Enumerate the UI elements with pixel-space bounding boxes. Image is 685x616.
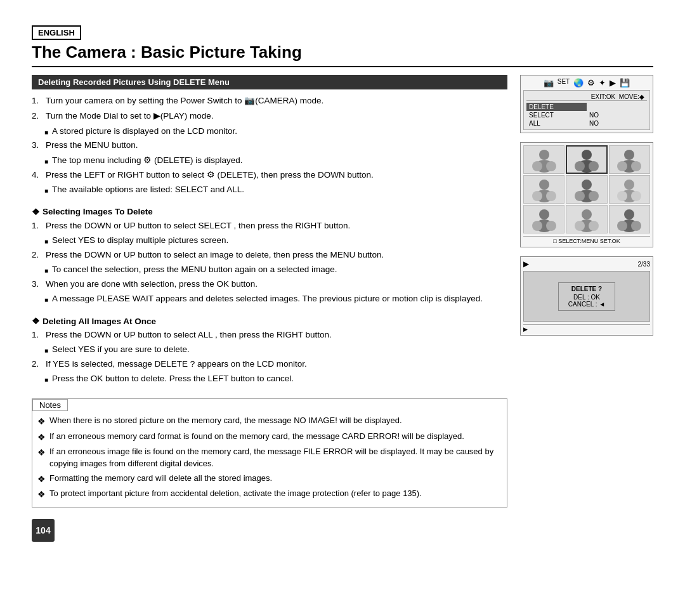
svg-point-16 [617,161,627,171]
img-cell [566,175,607,204]
delete-item: DELETE [526,103,587,111]
right-column: 📷 SET 🌏 ⚙ ✦ ▶ 💾 EXIT:OK MOVE:◆ DELETE SE… [520,75,653,597]
select-value: NO [587,111,647,119]
img-cell [609,145,650,174]
svg-point-6 [582,150,592,160]
svg-point-22 [532,191,542,201]
delete-menu-display: EXIT:OK MOVE:◆ DELETE SELECT ALL NO NO [523,90,650,130]
menu-right-col: NO NO [587,103,647,128]
cam-panel-image-grid: □ SELECT:MENU SET:OK [520,142,653,247]
page-number: 104 [32,519,55,542]
nav-icon: ✦ [599,78,606,88]
delete-dialog-title: DELETE ? [564,285,610,292]
notes-content: ❖ When there is no stored picture on the… [32,411,507,507]
list-item: ❖ When there is no stored picture on the… [37,415,502,428]
counter: 2/33 [638,261,650,268]
cam-panel-playback: ▶ 2/33 DELETE ? DEL : OK CANCEL : ◄ ▶ [520,256,653,336]
img-cell [566,205,607,233]
page-title: The Camera : Basic Picture Taking [32,43,653,67]
playback-image-area: DELETE ? DEL : OK CANCEL : ◄ [523,271,650,322]
playback-top: ▶ 2/33 [523,259,650,268]
svg-point-46 [575,221,585,231]
list-item: ❖ If an erroneous image file is found on… [37,446,502,470]
list-item: ■ Select YES to display multiple picture… [32,235,507,247]
svg-point-30 [624,180,634,190]
list-item: 3. Press the MENU button. [32,139,507,152]
svg-point-52 [617,221,627,231]
menu-left-col: DELETE SELECT ALL [526,103,587,128]
page-number-area: 104 [32,514,507,542]
svg-point-36 [539,209,549,220]
all-value: NO [587,119,647,128]
svg-point-0 [539,150,549,160]
svg-point-11 [589,161,599,171]
camera-icon: 📷 [544,78,554,88]
svg-point-4 [532,161,542,171]
list-item: ■ The top menu including ⚙ (DELETE) is d… [32,155,507,167]
img-cell [566,145,607,174]
exit-value [587,103,647,111]
content-area: Deleting Recorded Pictures Using DELETE … [32,75,653,597]
svg-point-40 [532,221,542,231]
svg-point-35 [631,191,641,201]
ok-icon: ▶ [610,78,616,88]
list-item: 4. Press the LEFT or RIGHT button to sel… [32,169,507,181]
extra-icon: 💾 [620,78,630,88]
img-cell [523,145,564,174]
playback-bottom-icon: ▶ [523,326,528,332]
svg-point-28 [575,191,585,201]
delete-dialog: DELETE ? DEL : OK CANCEL : ◄ [558,282,615,311]
menu-icon: ⚙ [587,78,595,88]
play-icon: ▶ [523,259,529,268]
deleting-steps: 1. Press the DOWN or UP button to select… [32,329,507,387]
svg-point-47 [589,221,599,231]
list-item: ■ Select YES if you are sure to delete. [32,344,507,356]
svg-point-10 [575,161,585,171]
svg-point-29 [589,191,599,201]
list-item: 2. Turn the Mode Dial to set to ▶(PLAY) … [32,110,507,122]
left-column: Deleting Recorded Pictures Using DELETE … [32,75,507,597]
svg-point-53 [631,221,641,231]
img-cell [523,175,564,204]
delete-dialog-line1: DEL : OK [564,294,610,301]
deleting-title: ❖ Deleting All Images At Once [32,316,507,326]
list-item: ❖ If an erroneous memory card format is … [37,431,502,443]
svg-point-5 [546,161,556,171]
svg-point-18 [539,180,549,190]
cam-panel-delete-menu: 📷 SET 🌏 ⚙ ✦ ▶ 💾 EXIT:OK MOVE:◆ DELETE SE… [520,75,653,133]
svg-point-42 [582,209,592,220]
list-item: ❖ To protect important picture from acci… [37,488,502,501]
svg-point-17 [631,161,641,171]
list-item: ■ A stored picture is displayed on the L… [32,126,507,138]
image-grid-bottom-bar: □ SELECT:MENU SET:OK [523,236,650,244]
notes-box: Notes ❖ When there is no stored picture … [32,398,507,508]
svg-point-24 [582,180,592,190]
list-item: 3. When you are done with selection, pre… [32,278,507,291]
img-cell [609,205,650,233]
page: ENGLISH The Camera : Basic Picture Takin… [0,0,685,616]
delete-dialog-line2: CANCEL : ◄ [564,301,610,308]
img-cell [523,205,564,233]
exit-row: EXIT:OK MOVE:◆ [526,93,647,100]
all-item: ALL [526,119,587,128]
svg-point-41 [546,221,556,231]
svg-point-34 [617,191,627,201]
image-grid [523,145,650,233]
svg-point-48 [624,209,634,220]
img-cell [609,175,650,204]
cam-top-icons: 📷 SET 🌏 ⚙ ✦ ▶ 💾 [523,78,650,88]
section-header: Deleting Recorded Pictures Using DELETE … [32,75,507,89]
list-item: ■ The available options are listed: SELE… [32,184,507,196]
list-item: 2. If YES is selected, message DELETE ? … [32,358,507,370]
list-item: ■ A message PLEASE WAIT appears and dele… [32,293,507,305]
playback-bottom: ▶ [523,324,650,332]
list-item: 1. Press the DOWN or UP button to select… [32,329,507,341]
list-item: ❖ Formatting the memory card will delete… [37,473,502,485]
svg-point-23 [546,191,556,201]
list-item: ■ To cancel the selection, press the MEN… [32,264,507,276]
list-item: ■ Press the OK button to delete. Press t… [32,373,507,385]
set-label: SET [558,78,570,88]
menu-table: DELETE SELECT ALL NO NO [526,100,647,128]
select-item: SELECT [526,111,587,119]
dial-icon: 🌏 [573,78,584,88]
